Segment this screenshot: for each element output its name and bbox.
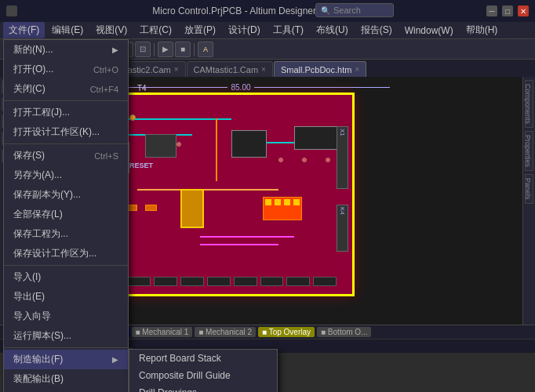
tab-cam1-label: CAMtastic1.Cam <box>194 65 259 74</box>
comp-smd-3 <box>145 205 157 211</box>
sm-board-stack[interactable]: Report Board Stack <box>129 350 277 367</box>
dd-save-shortcut: Ctrl+S <box>94 151 118 161</box>
tab-cam1[interactable]: CAMtastic1.Cam × <box>187 61 273 77</box>
menu-item-tools[interactable]: 工具(T) <box>268 22 309 38</box>
via-6 <box>302 158 307 162</box>
dd-sep-4 <box>4 347 128 348</box>
connector-right2: K4 <box>337 205 348 252</box>
trace-magenta-2 <box>200 244 278 245</box>
dd-page-setup[interactable]: 页面设置(U)... <box>4 389 128 392</box>
layer-bottom-o[interactable]: ■ Bottom O... <box>317 327 371 337</box>
dd-manufacture[interactable]: 制造输出(F) ▶ <box>4 350 128 369</box>
dd-new[interactable]: 新的(N)... ▶ <box>4 40 128 60</box>
connector-right: X1 <box>337 126 348 189</box>
pad-bottom <box>154 277 177 286</box>
layer-mech2-label: ■ Mechanical 2 <box>198 328 252 336</box>
comp-yellow <box>180 189 204 228</box>
dd-open-project[interactable]: 打开工程(J)... <box>4 103 128 122</box>
menu-item-project[interactable]: 工程(C) <box>134 22 177 38</box>
layer-mech1[interactable]: ■ Mechanical 1 <box>132 327 193 337</box>
minimize-button[interactable]: ─ <box>486 5 497 16</box>
dd-assembly-label: 装配输出(B) <box>13 372 64 386</box>
dd-manufacture-label: 制造输出(F) <box>13 353 63 366</box>
menu-item-view[interactable]: 视图(V) <box>90 22 133 38</box>
title-bar-left <box>6 5 17 16</box>
right-panel-tabs: Components Properties Panels <box>522 77 535 325</box>
panel-components[interactable]: Components <box>525 80 533 128</box>
title-bar: Micro Control.PrjPCB - Altium Designer (… <box>0 0 535 22</box>
menu-item-file[interactable]: 文件(F) <box>3 22 45 38</box>
menu-item-report[interactable]: 报告(S) <box>355 22 398 38</box>
ic-4 <box>294 126 337 150</box>
tab-cam1-close[interactable]: × <box>261 65 266 74</box>
dd-export[interactable]: 导出(E) <box>4 287 128 307</box>
pad-2 <box>275 199 281 205</box>
dd-save-project-label: 保存工程为... <box>13 227 68 241</box>
toolbar-fit[interactable]: ⊡ <box>135 42 151 57</box>
panel-panels[interactable]: Panels <box>525 174 533 204</box>
sm-drill-drawings[interactable]: Drill Drawings <box>129 384 277 392</box>
dd-close-shortcut: Ctrl+F4 <box>90 85 118 94</box>
dd-close[interactable]: 关闭(C) Ctrl+F4 <box>4 79 128 99</box>
search-bar[interactable]: 🔍 Search <box>315 3 394 17</box>
search-placeholder: Search <box>333 5 361 15</box>
win-controls: ─ □ ✕ <box>486 5 529 16</box>
dimension-width: 85.00 <box>92 83 390 92</box>
dd-import-wizard[interactable]: 导入向导 <box>4 307 128 326</box>
toolbar-stop[interactable]: ■ <box>175 42 191 57</box>
tab-cam2-close[interactable]: × <box>174 65 179 74</box>
menu-item-edit[interactable]: 编辑(E) <box>46 22 89 38</box>
dd-save-workspace[interactable]: 保存设计工作区为... <box>4 244 128 263</box>
dd-save-workspace-label: 保存设计工作区为... <box>13 247 96 260</box>
menu-item-route[interactable]: 布线(U) <box>311 22 354 38</box>
menu-item-place[interactable]: 放置(P) <box>179 22 221 38</box>
toolbar-sep4 <box>194 43 195 56</box>
layer-top-overlay-label: ■ Top Overlay <box>262 328 311 336</box>
pcb-label-t4: T4 <box>137 84 147 93</box>
menu-item-help[interactable]: 帮助(H) <box>460 22 504 38</box>
dd-new-arrow: ▶ <box>112 45 118 54</box>
dd-open-project-label: 打开工程(J)... <box>13 106 70 119</box>
dd-save-project[interactable]: 保存工程为... <box>4 224 128 244</box>
dd-import[interactable]: 导入(I) <box>4 267 128 287</box>
dd-save-as[interactable]: 另存为(A)... <box>4 165 128 185</box>
submenu-manufacture: Report Board Stack Composite Drill Guide… <box>129 349 278 392</box>
ic-2 <box>145 134 177 158</box>
panel-properties[interactable]: Properties <box>525 131 533 171</box>
dd-save[interactable]: 保存(S) Ctrl+S <box>4 146 128 165</box>
menu-item-design[interactable]: 设计(D) <box>223 22 266 38</box>
close-button[interactable]: ✕ <box>518 5 529 16</box>
dd-close-label: 关闭(C) <box>13 82 45 96</box>
dd-open[interactable]: 打开(O)... Ctrl+O <box>4 60 128 79</box>
dd-run-script[interactable]: 运行脚本(S)... <box>4 326 128 346</box>
maximize-button[interactable]: □ <box>502 5 513 16</box>
dd-assembly[interactable]: 装配输出(B) <box>4 369 128 389</box>
dd-run-script-label: 运行脚本(S)... <box>13 329 71 343</box>
dd-import-label: 导入(I) <box>13 270 41 284</box>
via-4 <box>177 142 181 147</box>
dd-open-workspace-label: 打开设计工作区(K)... <box>13 125 100 139</box>
pad-bottom <box>313 277 337 286</box>
pad-bottom <box>260 277 284 286</box>
dim-width-value: 85.00 <box>231 83 250 92</box>
dd-open-workspace[interactable]: 打开设计工作区(K)... <box>4 122 128 142</box>
pad-1 <box>265 199 271 205</box>
layer-bottom-o-label: ■ Bottom O... <box>321 328 367 336</box>
tab-small[interactable]: Small.PcbDoc.htm × <box>274 61 366 77</box>
dd-save-copy[interactable]: 保存副本为(Y)... <box>4 185 128 205</box>
toolbar-text[interactable]: A <box>198 42 213 57</box>
toolbar-run[interactable]: ▶ <box>158 42 173 57</box>
layer-mech2[interactable]: ■ Mechanical 2 <box>195 327 256 337</box>
connector-label2: K4 <box>337 205 348 216</box>
dd-manufacture-arrow: ▶ <box>112 355 118 364</box>
dd-save-all-label: 全部保存(L) <box>13 208 63 221</box>
layer-mech1-label: ■ Mechanical 1 <box>136 328 189 336</box>
tab-small-close[interactable]: × <box>355 65 359 74</box>
dd-sep-2 <box>4 143 128 144</box>
dd-save-all[interactable]: 全部保存(L) <box>4 205 128 224</box>
pcb-trace-4 <box>216 118 217 181</box>
layer-top-overlay[interactable]: ■ Top Overlay <box>258 327 315 337</box>
sm-composite-drill[interactable]: Composite Drill Guide <box>129 367 277 384</box>
menu-item-window[interactable]: Window(W) <box>399 24 459 38</box>
dd-save-copy-label: 保存副本为(Y)... <box>13 188 81 201</box>
